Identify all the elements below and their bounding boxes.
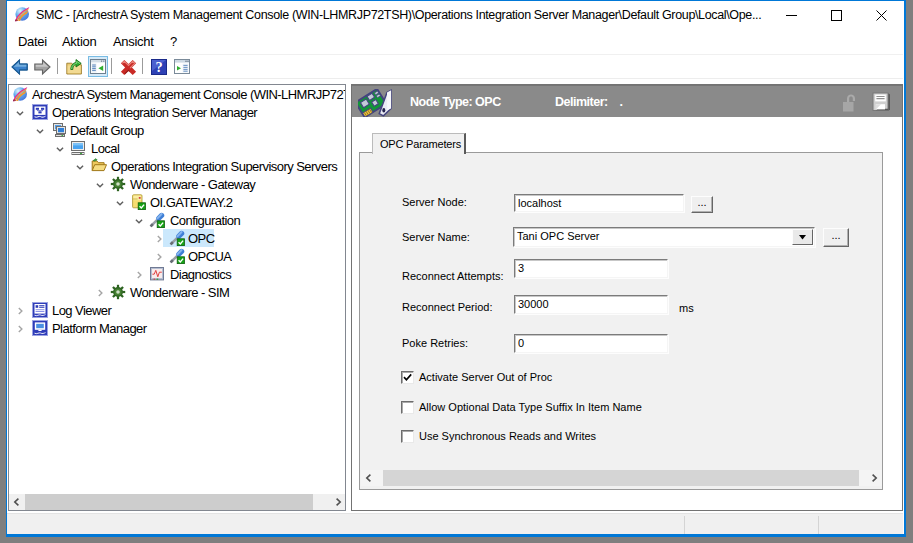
svg-text:?: ? bbox=[156, 59, 163, 75]
